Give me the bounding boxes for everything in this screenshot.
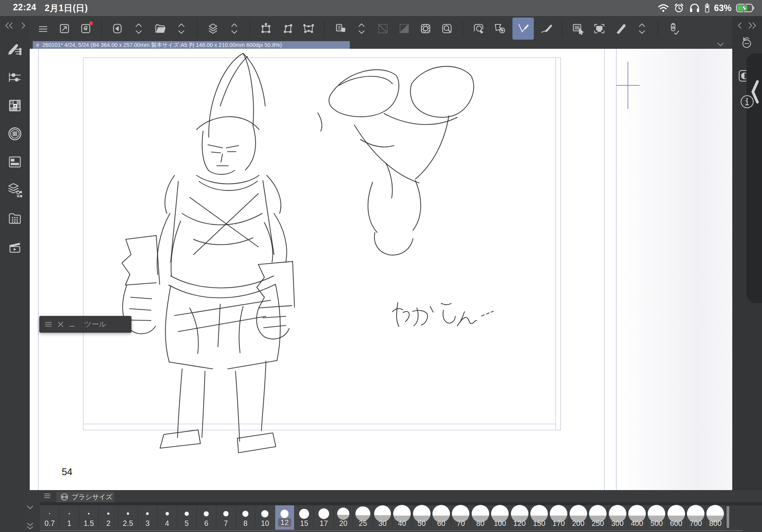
brush-size-panel: ブラシサイズ 0.711.522.53456781012151720253040…: [23, 490, 762, 532]
auto-select-icon[interactable]: [438, 20, 456, 37]
pen-chevrons[interactable]: [633, 20, 651, 37]
brush-size-cell[interactable]: 40: [392, 505, 412, 530]
panel-collapse-all-icon[interactable]: [25, 522, 35, 531]
panel-collapse-icon[interactable]: [25, 505, 35, 511]
brush-size-cell[interactable]: 800: [706, 505, 725, 530]
brush-size-cell[interactable]: 1: [59, 505, 79, 530]
brush-size-cell[interactable]: 500: [647, 505, 666, 530]
brush-size-cell[interactable]: 50: [412, 505, 431, 530]
selection-add-icon[interactable]: [491, 20, 509, 37]
layer-palette-icon[interactable]: [6, 181, 24, 199]
back-icon[interactable]: [109, 20, 126, 37]
panel-hscrollbar[interactable]: [40, 530, 743, 531]
brush-size-cell[interactable]: 120: [510, 505, 529, 530]
drawing-canvas[interactable]: 54: [30, 49, 732, 490]
object-tool-icon[interactable]: [569, 20, 587, 37]
tool-property-icon[interactable]: [6, 69, 24, 86]
tool-window-minimize-icon[interactable]: [69, 321, 75, 327]
brush-size-cell[interactable]: 3: [138, 505, 157, 530]
fill-select-icon[interactable]: [417, 20, 434, 37]
lasso-icon[interactable]: [470, 20, 487, 37]
brush-size-cell[interactable]: 30: [373, 505, 392, 530]
brush-size-cell[interactable]: 12: [275, 505, 295, 530]
brush-size-cell[interactable]: 100: [490, 505, 510, 530]
brush-size-cell[interactable]: 600: [667, 505, 686, 530]
brush-size-cell[interactable]: 300: [608, 505, 627, 530]
infobar-chevron-down-icon[interactable]: [716, 42, 725, 47]
tool-window-menu-icon[interactable]: [45, 321, 52, 327]
brush-size-cell[interactable]: 60: [432, 505, 451, 530]
brush-size-cell[interactable]: 10: [255, 505, 275, 530]
dock-collapse-left-icon[interactable]: [737, 21, 743, 30]
clip-studio-app: 22:24 2月1日(日) 63%: [0, 0, 762, 532]
tool-window-close-icon[interactable]: [58, 321, 64, 327]
brush-size-cell[interactable]: 700: [686, 505, 706, 530]
brush-tool-icon[interactable]: [538, 20, 555, 37]
brush-size-cell[interactable]: 400: [628, 505, 647, 530]
tool-palette-icon[interactable]: [6, 40, 24, 58]
brush-size-value: 15: [295, 519, 314, 528]
frame-tool-icon[interactable]: [591, 20, 608, 37]
document-tab[interactable]: 260101* 4/24, 5/24 (B4 364.00 x 257.00mm…: [33, 41, 350, 49]
copy-chevrons[interactable]: [353, 20, 370, 37]
transform-scale-icon[interactable]: [257, 20, 275, 37]
dock-expand-icon[interactable]: [21, 21, 26, 30]
layers-icon[interactable]: [204, 20, 222, 37]
timeline-palette-icon[interactable]: [6, 238, 24, 255]
clipstudio-icon[interactable]: [77, 20, 94, 37]
brush-size-value: 50: [412, 519, 431, 528]
brush-size-dot: [223, 511, 229, 516]
history-icon[interactable]: [741, 36, 753, 49]
fullscreen-icon[interactable]: [56, 20, 73, 37]
brush-size-tab[interactable]: ブラシサイズ: [56, 492, 114, 502]
brush-size-value: 6: [197, 519, 216, 528]
color-wheel-icon[interactable]: [6, 125, 24, 143]
brush-size-cell[interactable]: 1.5: [79, 505, 99, 530]
brush-size-cell[interactable]: 20: [334, 505, 353, 530]
brush-size-cell[interactable]: 6: [197, 505, 216, 530]
brush-size-value: 20: [334, 519, 353, 528]
stylus-check-icon[interactable]: [665, 20, 682, 37]
brush-size-cell[interactable]: 0.7: [40, 505, 59, 530]
back-chevrons[interactable]: [130, 20, 147, 37]
brush-size-value: 2.5: [118, 519, 138, 528]
line-tool-icon[interactable]: [512, 18, 534, 40]
panel-scrollbar[interactable]: [727, 506, 729, 528]
brush-size-cell[interactable]: 80: [471, 505, 490, 530]
brush-size-value: 12: [275, 518, 294, 527]
material-palette-icon[interactable]: [6, 210, 24, 227]
transform-mesh-icon[interactable]: [300, 20, 317, 37]
brush-size-cell[interactable]: 70: [451, 505, 471, 530]
brush-size-cell[interactable]: 150: [530, 505, 549, 530]
brush-size-cell[interactable]: 170: [549, 505, 568, 530]
brush-size-cell[interactable]: 4: [157, 505, 177, 530]
layers-chevrons[interactable]: [226, 20, 243, 37]
tool-window-titlebar[interactable]: ツール: [39, 316, 131, 333]
brush-size-cell[interactable]: 17: [314, 505, 333, 530]
notification-dot: [89, 21, 93, 25]
color-swatches-icon[interactable]: [6, 97, 24, 114]
page-number: 54: [62, 466, 72, 478]
brush-size-cell[interactable]: 8: [236, 505, 255, 530]
dock-collapse-icon[interactable]: [4, 21, 14, 30]
brush-size-cell[interactable]: 250: [588, 505, 608, 530]
document-info-text: 260101* 4/24, 5/24 (B4 364.00 x 257.00mm…: [42, 42, 282, 49]
save-chevrons[interactable]: [173, 20, 190, 37]
info-icon[interactable]: [740, 94, 755, 109]
brush-size-cell[interactable]: 200: [569, 505, 588, 530]
document-status-dot: [36, 43, 39, 47]
save-icon[interactable]: [151, 20, 169, 37]
brush-size-cell[interactable]: 15: [295, 505, 314, 530]
layer-property-icon[interactable]: [6, 153, 24, 171]
pen-tool-icon[interactable]: [612, 20, 629, 37]
menu-icon[interactable]: [34, 20, 52, 37]
brush-size-cell[interactable]: 2.5: [118, 505, 138, 530]
dock-expand-right-icon[interactable]: [748, 21, 757, 30]
brush-size-cell[interactable]: 7: [216, 505, 236, 530]
brush-size-cell[interactable]: 2: [99, 505, 118, 530]
brush-size-cell[interactable]: 5: [177, 505, 197, 530]
brush-size-cell[interactable]: 25: [353, 505, 373, 530]
transform-skew-icon[interactable]: [279, 20, 296, 37]
panel-menu-icon[interactable]: [44, 493, 51, 498]
copy-icon[interactable]: [331, 20, 349, 37]
